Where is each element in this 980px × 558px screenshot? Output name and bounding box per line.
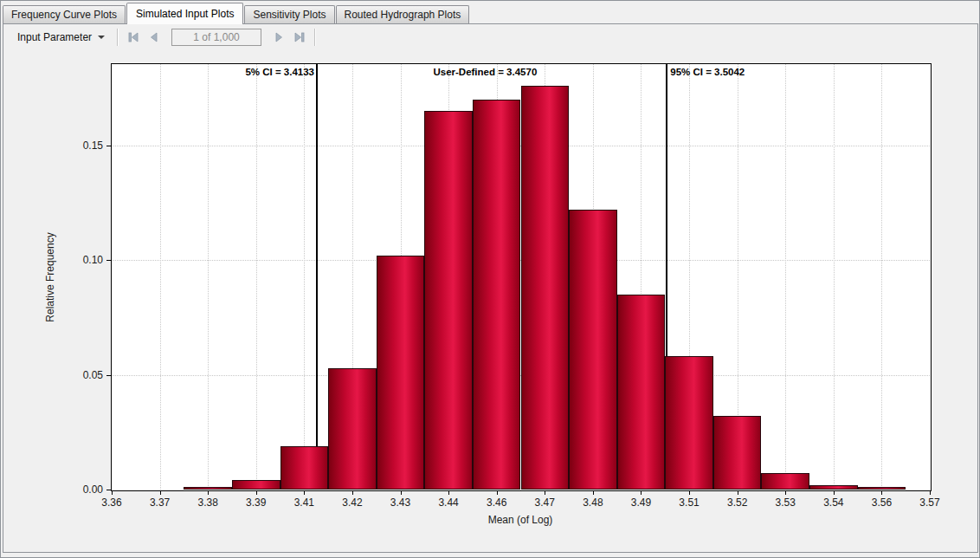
vertical-gridline [160, 64, 161, 490]
x-tick-mark [497, 490, 498, 495]
first-page-button[interactable] [124, 28, 143, 47]
y-tick-mark [106, 146, 111, 146]
x-tick-label: 3.46 [487, 496, 506, 509]
next-page-button[interactable] [269, 28, 288, 47]
y-tick-label: 0.10 [3, 254, 103, 266]
histogram-bar [809, 485, 858, 490]
x-tick-label: 3.54 [823, 496, 843, 509]
x-tick-label: 3.52 [727, 496, 747, 509]
ci-line [316, 64, 318, 490]
vertical-gridline [785, 64, 786, 490]
x-tick-mark [352, 490, 353, 495]
x-tick-mark [545, 490, 545, 495]
histogram-bar [184, 487, 232, 490]
x-tick-label: 3.48 [583, 496, 603, 509]
toolbar: Input Parameter [3, 24, 977, 49]
x-axis-title: Mean (of Log) [488, 514, 553, 526]
histogram-bar [665, 356, 713, 490]
annotation-user-defined: User-Defined = 3.4570 [433, 67, 537, 77]
histogram-bar [280, 446, 329, 490]
x-tick-label: 3.38 [197, 496, 217, 509]
tab-simulated-input-plots[interactable]: Simulated Input Plots [126, 3, 243, 24]
y-tick-label: 0.15 [3, 140, 103, 152]
vertical-gridline [208, 64, 209, 490]
y-tick-mark [106, 490, 111, 490]
histogram-chart: Relative Frequency Mean (of Log) 3.363.3… [3, 49, 977, 552]
vertical-gridline [881, 64, 882, 490]
histogram-bar [232, 480, 280, 490]
toolbar-separator [117, 29, 119, 46]
x-tick-label: 3.57 [919, 496, 939, 509]
x-tick-label: 3.43 [390, 496, 410, 509]
plot-panel: Input Parameter [3, 23, 978, 553]
x-tick-mark [304, 490, 305, 495]
x-tick-mark [448, 490, 449, 495]
x-tick-mark [593, 490, 594, 495]
x-tick-mark [785, 490, 786, 495]
x-tick-mark [930, 490, 931, 495]
page-indicator-field[interactable] [171, 29, 261, 46]
annotation-95pct-ci: 95% CI = 3.5042 [670, 67, 745, 77]
tab-routed-hydrograph-plots[interactable]: Routed Hydrograph Plots [336, 5, 470, 23]
x-tick-label: 3.36 [101, 496, 121, 509]
plot-tab-bar: Frequency Curve Plots Simulated Input Pl… [3, 1, 470, 23]
x-tick-label: 3.44 [438, 496, 458, 509]
histogram-bar [377, 256, 425, 490]
tab-sensitivity-plots[interactable]: Sensitivity Plots [244, 5, 334, 23]
input-parameter-dropdown-label: Input Parameter [17, 31, 92, 43]
x-tick-mark [401, 490, 402, 495]
x-tick-label: 3.37 [150, 496, 170, 509]
x-tick-label: 3.42 [342, 496, 362, 509]
x-tick-mark [738, 490, 738, 495]
vertical-gridline [304, 64, 305, 490]
first-page-icon [126, 30, 140, 44]
x-tick-mark [834, 490, 835, 495]
y-tick-mark [106, 375, 111, 376]
x-tick-mark [256, 490, 257, 495]
x-tick-label: 3.49 [631, 496, 651, 509]
next-page-icon [272, 30, 286, 44]
tab-frequency-curve-plots[interactable]: Frequency Curve Plots [3, 5, 126, 23]
x-tick-label: 3.56 [872, 496, 892, 509]
histogram-bar [569, 210, 617, 490]
previous-page-button[interactable] [145, 28, 164, 47]
previous-page-icon [147, 30, 161, 44]
histogram-bar [713, 416, 762, 490]
histogram-bar [473, 100, 521, 490]
x-tick-label: 3.39 [246, 496, 266, 509]
annotation-5pct-ci: 5% CI = 3.4133 [245, 67, 314, 77]
last-page-button[interactable] [290, 28, 309, 47]
x-tick-mark [208, 490, 209, 495]
y-tick-mark [106, 260, 111, 261]
y-tick-label: 0.00 [3, 483, 103, 496]
histogram-bar [328, 368, 377, 490]
histogram-bar [617, 295, 666, 490]
app-window: Frequency Curve Plots Simulated Input Pl… [0, 0, 980, 558]
vertical-gridline [256, 64, 257, 490]
x-tick-label: 3.53 [776, 496, 796, 509]
x-tick-mark [641, 490, 642, 495]
input-parameter-dropdown[interactable]: Input Parameter [10, 28, 113, 47]
x-tick-label: 3.51 [679, 496, 699, 509]
x-tick-mark [881, 490, 882, 495]
x-tick-label: 3.47 [535, 496, 555, 509]
x-tick-mark [689, 490, 690, 495]
histogram-bar [858, 487, 906, 490]
x-tick-label: 3.41 [294, 496, 314, 509]
vertical-gridline [834, 64, 835, 490]
chevron-down-icon [98, 36, 105, 39]
y-tick-label: 0.05 [3, 369, 103, 381]
toolbar-separator [314, 29, 316, 46]
x-tick-mark [160, 490, 161, 495]
last-page-icon [293, 30, 306, 44]
histogram-bar [761, 473, 809, 490]
x-tick-mark [112, 490, 113, 495]
y-axis-title: Relative Frequency [44, 232, 56, 321]
histogram-bar [521, 86, 570, 490]
histogram-bar [424, 111, 473, 490]
